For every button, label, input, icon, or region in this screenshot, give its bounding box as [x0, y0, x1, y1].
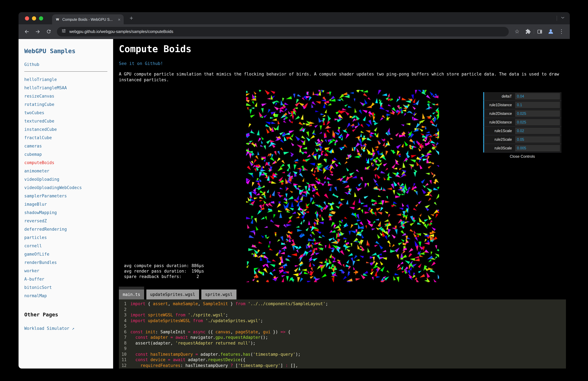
github-link[interactable]: Github: [24, 62, 107, 67]
main-area: Compute Boids See it on Github! A GPU co…: [113, 39, 570, 369]
close-controls-button[interactable]: Close Controls: [483, 153, 562, 160]
sidebar-item-bitonicSort[interactable]: bitonicSort: [24, 283, 107, 292]
code-line: 11 const device = await adapter.requestD…: [119, 357, 566, 363]
gui-row-label: deltaT: [484, 94, 515, 98]
page-content: WebGPU Samples Github helloTrianglehello…: [19, 39, 570, 369]
sidebar-item-normalMap[interactable]: normalMap: [24, 292, 107, 300]
browser-tab[interactable]: W Compute Boids - WebGPU S... ×: [52, 14, 124, 24]
gui-value-input[interactable]: 0.04: [515, 93, 560, 99]
gui-value-input[interactable]: 0.005: [515, 145, 560, 151]
sidebar-item-computeBoids[interactable]: computeBoids: [24, 159, 107, 167]
gui-row-rule3Scale: rule3Scale0.005: [483, 144, 562, 153]
gui-value-input[interactable]: 0.025: [515, 110, 560, 117]
gui-rows: deltaT0.04rule1Distance0.1rule2Distance0…: [483, 92, 562, 153]
sidebar-item-deferredRendering[interactable]: deferredRendering: [24, 225, 107, 234]
address-bar[interactable]: webgpu.github.io/webgpu-samples/samples/…: [57, 27, 509, 36]
gui-row-rule3Distance: rule3Distance0.025: [483, 118, 562, 127]
tab-favicon-icon: W: [55, 18, 60, 21]
sidebar-item-shadowMapping[interactable]: shadowMapping: [24, 209, 107, 217]
chevron-down-icon[interactable]: [560, 15, 565, 22]
gui-value-input[interactable]: 0.1: [515, 102, 560, 108]
simulation-canvas: [246, 90, 439, 282]
see-on-github-link[interactable]: See it on Github!: [119, 61, 163, 66]
sidebar-item-cornell[interactable]: cornell: [24, 242, 107, 250]
workload-simulator-link[interactable]: Workload Simulator ↗: [24, 326, 107, 331]
sidebar-item-cameras[interactable]: cameras: [24, 142, 107, 150]
forward-button[interactable]: [33, 26, 43, 37]
sample-description: A GPU compute particle simulation that m…: [119, 71, 562, 83]
sidebar-item-A-buffer[interactable]: A-buffer: [24, 275, 107, 283]
site-settings-icon[interactable]: [61, 28, 66, 35]
new-tab-button[interactable]: +: [127, 15, 135, 22]
extensions-icon[interactable]: [523, 26, 533, 37]
browser-toolbar: webgpu.github.io/webgpu-samples/samples/…: [19, 24, 570, 39]
gui-row-label: rule3Scale: [484, 146, 515, 150]
code-lines: 1import { assert, makeSample, SampleInit…: [119, 301, 566, 368]
sidebar-item-gameOfLife[interactable]: gameOfLife: [24, 250, 107, 258]
sidebar-item-fractalCube[interactable]: fractalCube: [24, 134, 107, 142]
side-panel-icon[interactable]: [535, 26, 545, 37]
sidebar-item-helloTriangle[interactable]: helloTriangle: [24, 75, 107, 84]
gui-value-input[interactable]: 0.02: [515, 128, 560, 134]
gui-row-rule1Distance: rule1Distance0.1: [483, 101, 562, 110]
code-line: 3import spriteWGSL from './sprite.wgsl';: [119, 312, 566, 318]
window-controls: [25, 16, 43, 20]
sidebar-item-worker[interactable]: worker: [24, 267, 107, 275]
sidebar-item-reversedZ[interactable]: reversedZ: [24, 217, 107, 225]
sidebar-divider: [24, 71, 107, 72]
screen: W Compute Boids - WebGPU S... × +: [0, 0, 588, 381]
sidebar-item-instancedCube[interactable]: instancedCube: [24, 125, 107, 134]
code-line: 12 requiredFeatures: hasTimestampQuery ?…: [119, 363, 566, 368]
code-line: 10 const hasTimestampQuery = adapter.fea…: [119, 351, 566, 357]
sidebar-item-cubemap[interactable]: cubemap: [24, 150, 107, 159]
tab-strip: W Compute Boids - WebGPU S... × +: [19, 12, 570, 24]
gui-row-rule2Distance: rule2Distance0.025: [483, 110, 562, 118]
sidebar-item-rotatingCube[interactable]: rotatingCube: [24, 100, 107, 109]
sidebar-item-texturedCube[interactable]: texturedCube: [24, 117, 107, 125]
sidebar-item-animometer[interactable]: animometer: [24, 167, 107, 175]
sidebar-item-imageBlur[interactable]: imageBlur: [24, 200, 107, 209]
close-tab-icon[interactable]: ×: [118, 17, 121, 22]
code-line: 4import updateSpritesWGSL from './update…: [119, 318, 566, 323]
dat-gui-panel: deltaT0.04rule1Distance0.1rule2Distance0…: [483, 92, 562, 160]
sidebar-item-videoUploadingWebCodecs[interactable]: videoUploadingWebCodecs: [24, 184, 107, 192]
sample-list: helloTrianglehelloTriangleMSAAresizeCanv…: [24, 75, 107, 300]
code-line: 5: [119, 323, 566, 329]
gui-value-input[interactable]: 0.025: [515, 119, 560, 125]
gui-row-label: rule2Scale: [484, 137, 515, 141]
code-tab-main.ts[interactable]: main.ts: [119, 287, 144, 299]
sidebar-item-samplerParameters[interactable]: samplerParameters: [24, 192, 107, 200]
sidebar-item-resizeCanvas[interactable]: resizeCanvas: [24, 92, 107, 100]
code-tab-updateSprites.wgsl[interactable]: updateSprites.wgsl: [146, 290, 199, 299]
sidebar-item-helloTriangleMSAA[interactable]: helloTriangleMSAA: [24, 84, 107, 92]
code-tab-sprite.wgsl[interactable]: sprite.wgsl: [201, 290, 236, 299]
code-line: 7 const adapter = await navigator.gpu.re…: [119, 335, 566, 340]
reload-button[interactable]: [43, 26, 54, 37]
gui-row-label: rule2Distance: [484, 112, 515, 115]
gui-row-label: rule3Distance: [484, 120, 515, 124]
profile-avatar[interactable]: [546, 26, 556, 37]
sidebar-item-twoCubes[interactable]: twoCubes: [24, 109, 107, 117]
gui-row-deltaT: deltaT0.04: [483, 92, 562, 101]
bookmark-star-icon[interactable]: ☆: [512, 26, 522, 37]
gui-value-input[interactable]: 0.05: [515, 136, 560, 143]
gui-row-label: rule1Distance: [484, 103, 515, 107]
back-button[interactable]: [22, 26, 32, 37]
close-window-button[interactable]: [25, 16, 29, 20]
other-pages-heading: Other Pages: [24, 312, 107, 318]
tab-strip-separator: [557, 16, 557, 21]
menu-kebab-icon[interactable]: ⋮: [556, 26, 567, 37]
sidebar-item-renderBundles[interactable]: renderBundles: [24, 258, 107, 267]
code-line: 6const init: SampleInit = async ({ canva…: [119, 329, 566, 335]
code-line: 9: [119, 346, 566, 351]
sidebar-item-videoUploading[interactable]: videoUploading: [24, 175, 107, 184]
code-section: main.tsupdateSprites.wgslsprite.wgsl 1im…: [119, 287, 566, 369]
minimize-window-button[interactable]: [32, 16, 36, 20]
code-editor[interactable]: 1import { assert, makeSample, SampleInit…: [119, 299, 566, 369]
url-text: webgpu.github.io/webgpu-samples/samples/…: [69, 29, 173, 34]
gui-row-rule2Scale: rule2Scale0.05: [483, 135, 562, 144]
zoom-window-button[interactable]: [39, 16, 43, 20]
gui-row-label: rule1Scale: [484, 129, 515, 133]
tab-strip-right: [557, 15, 570, 22]
sidebar-item-particles[interactable]: particles: [24, 234, 107, 242]
